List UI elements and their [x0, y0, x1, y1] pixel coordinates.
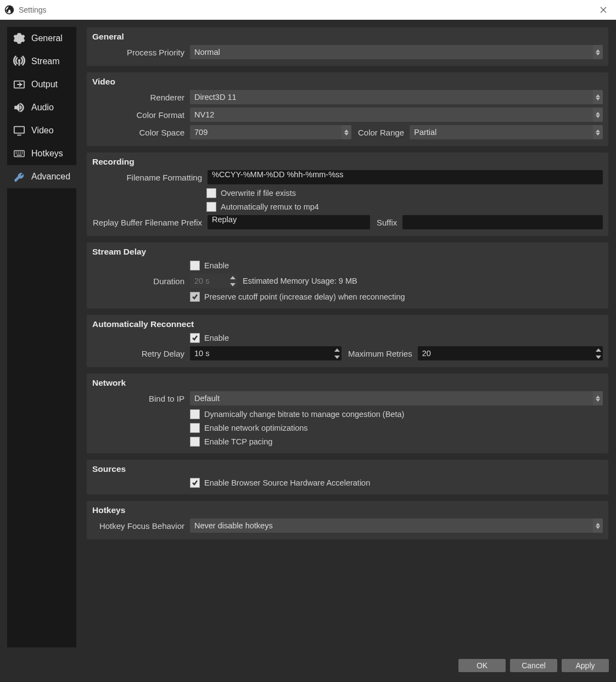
sidebar-item-stream[interactable]: Stream: [7, 50, 76, 73]
spinner-icon: [333, 346, 341, 360]
section-title: General: [92, 32, 603, 42]
chevron-updown-icon: [593, 518, 603, 533]
chevron-updown-icon: [593, 90, 603, 104]
network-opt-checkbox[interactable]: [190, 423, 200, 433]
suffix-label: Suffix: [377, 218, 402, 227]
sidebar-item-hotkeys[interactable]: Hotkeys: [7, 142, 76, 165]
preserve-cutoff-checkbox: [190, 292, 200, 302]
gear-icon: [12, 32, 27, 44]
sidebar-item-video[interactable]: Video: [7, 119, 76, 142]
spinner-icon: [228, 274, 237, 288]
suffix-input[interactable]: [402, 215, 603, 229]
bind-ip-select[interactable]: Default: [190, 391, 603, 405]
reconnect-enable-label: Enable: [204, 334, 229, 342]
tools-icon: [12, 171, 27, 183]
section-video: Video Renderer Direct3D 11 Color Format …: [86, 72, 609, 146]
section-reconnect: Automatically Reconnect Enable Retry Del…: [86, 314, 609, 368]
section-recording: Recording Filename Formatting %CCYY-%MM-…: [86, 152, 609, 236]
retry-delay-label: Retry Delay: [92, 349, 190, 358]
sidebar-item-label: Stream: [31, 57, 60, 66]
renderer-label: Renderer: [92, 93, 190, 102]
dynamic-bitrate-checkbox[interactable]: [190, 409, 200, 419]
tcp-pacing-checkbox[interactable]: [190, 437, 200, 447]
overwrite-label: Overwrite if file exists: [221, 189, 296, 198]
preserve-cutoff-label: Preserve cutoff point (increase delay) w…: [204, 292, 405, 301]
sidebar-item-label: General: [31, 33, 63, 43]
chevron-updown-icon: [593, 125, 603, 139]
process-priority-label: Process Priority: [92, 48, 190, 57]
section-stream-delay: Stream Delay Enable Duration 20 s Estima…: [86, 242, 609, 309]
section-network: Network Bind to IP Default Dynamically c…: [86, 373, 609, 454]
cancel-button[interactable]: Cancel: [510, 659, 557, 672]
obs-icon: [4, 5, 14, 15]
max-retries-spinner[interactable]: 20: [418, 346, 603, 360]
sidebar-item-output[interactable]: Output: [7, 73, 76, 96]
overwrite-checkbox[interactable]: [206, 188, 216, 198]
section-title: Network: [92, 378, 603, 388]
section-sources: Sources Enable Browser Source Hardware A…: [86, 459, 609, 495]
remux-label: Automatically remux to mp4: [221, 202, 319, 211]
network-opt-label: Enable network optimizations: [204, 424, 308, 432]
ok-button[interactable]: OK: [458, 659, 506, 672]
renderer-select[interactable]: Direct3D 11: [190, 90, 603, 104]
sidebar-item-general[interactable]: General: [7, 27, 76, 50]
section-hotkeys: Hotkeys Hotkey Focus Behavior Never disa…: [86, 500, 609, 540]
sidebar-item-label: Hotkeys: [31, 149, 63, 159]
browser-hw-accel-label: Enable Browser Source Hardware Accelerat…: [204, 478, 370, 487]
max-retries-label: Maximum Retries: [348, 349, 418, 358]
keyboard-icon: [12, 148, 27, 160]
section-title: Automatically Reconnect: [92, 319, 603, 329]
reconnect-enable-checkbox[interactable]: [190, 333, 200, 343]
color-range-label: Color Range: [358, 128, 410, 137]
duration-label: Duration: [92, 277, 190, 286]
antenna-icon: [12, 55, 27, 67]
remux-checkbox[interactable]: [206, 202, 216, 212]
duration-spinner: 20 s: [190, 274, 237, 288]
dynamic-bitrate-label: Dynamically change bitrate to manage con…: [204, 410, 404, 419]
close-icon: [600, 7, 607, 13]
section-title: Stream Delay: [92, 247, 603, 257]
sidebar-item-label: Audio: [31, 103, 54, 112]
section-title: Recording: [92, 157, 603, 167]
retry-delay-spinner[interactable]: 10 s: [190, 346, 341, 360]
window-title: Settings: [19, 5, 47, 14]
footer: OK Cancel Apply: [0, 655, 616, 682]
color-space-select[interactable]: 709: [190, 125, 351, 139]
speaker-icon: [12, 102, 27, 114]
memory-usage-label: Estimated Memory Usage: 9 MB: [243, 277, 357, 285]
color-range-select[interactable]: Partial: [410, 125, 603, 139]
sidebar: General Stream Output Audio Video Hotkey…: [7, 27, 76, 647]
spinner-icon: [594, 346, 603, 360]
sidebar-item-label: Video: [31, 126, 54, 136]
hotkey-focus-select[interactable]: Never disable hotkeys: [190, 518, 603, 533]
section-title: Hotkeys: [92, 505, 603, 515]
color-format-select[interactable]: NV12: [190, 108, 603, 122]
svg-rect-3: [14, 127, 24, 133]
main-panel: General Process Priority Normal Video Re…: [76, 27, 609, 647]
apply-button[interactable]: Apply: [562, 659, 609, 672]
prefix-label: Replay Buffer Filename Prefix: [92, 218, 208, 227]
stream-delay-enable-checkbox[interactable]: [190, 261, 200, 270]
prefix-input[interactable]: Replay: [208, 215, 370, 229]
chevron-updown-icon: [593, 108, 603, 122]
section-title: Sources: [92, 464, 603, 474]
browser-hw-accel-checkbox[interactable]: [190, 478, 200, 488]
sidebar-item-advanced[interactable]: Advanced: [7, 165, 76, 188]
bind-ip-label: Bind to IP: [92, 394, 190, 403]
chevron-updown-icon: [341, 125, 351, 139]
sidebar-item-label: Output: [31, 80, 58, 89]
monitor-icon: [12, 125, 27, 137]
close-button[interactable]: [591, 0, 616, 20]
process-priority-select[interactable]: Normal: [190, 45, 603, 59]
sidebar-item-audio[interactable]: Audio: [7, 96, 76, 119]
color-format-label: Color Format: [92, 110, 190, 120]
output-icon: [12, 78, 27, 91]
section-general: General Process Priority Normal: [86, 27, 609, 66]
stream-delay-enable-label: Enable: [204, 261, 229, 270]
titlebar: Settings: [0, 0, 616, 20]
chevron-updown-icon: [593, 45, 603, 59]
hotkey-focus-label: Hotkey Focus Behavior: [92, 521, 190, 531]
filename-formatting-input[interactable]: %CCYY-%MM-%DD %hh-%mm-%ss: [208, 170, 603, 184]
filename-formatting-label: Filename Formatting: [92, 173, 208, 182]
chevron-updown-icon: [593, 391, 603, 405]
